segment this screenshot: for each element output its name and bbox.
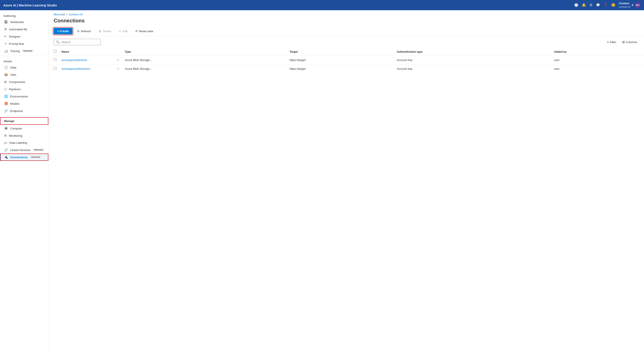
breadcrumb-workspace[interactable]: contoso-ml bbox=[69, 13, 83, 16]
components-icon: ⊞ bbox=[4, 80, 7, 84]
chat-icon[interactable]: 💬 bbox=[596, 3, 600, 7]
sidebar-item-notebooks[interactable]: 📓 Notebooks bbox=[0, 18, 48, 26]
row-checkbox-cell[interactable] bbox=[48, 64, 62, 73]
sidebar-item-data-labeling[interactable]: 🏷 Data Labeling bbox=[0, 139, 48, 146]
sidebar-item-components[interactable]: ⊞ Components bbox=[0, 78, 48, 86]
edit-icon: ✏ bbox=[119, 30, 122, 33]
reset-icon: ↺ bbox=[135, 30, 138, 33]
smiley-icon[interactable]: 🙂 bbox=[611, 3, 616, 7]
topbar-right: 🕐 🔔 ⚙ 💬 ❓ 🙂 Contoso contoso-ml ▾ OO bbox=[574, 2, 640, 8]
col-star bbox=[117, 48, 125, 56]
sidebar-item-label: Data bbox=[10, 66, 16, 69]
history-icon[interactable]: 🕐 bbox=[574, 3, 578, 7]
sidebar-item-label: Environments bbox=[10, 95, 28, 98]
filter-icon: ≡ bbox=[607, 41, 609, 44]
sidebar-item-endpoints[interactable]: 🔗 Endpoints bbox=[0, 107, 48, 114]
connections-preview-badge: PREVIEW bbox=[30, 156, 41, 158]
edit-button[interactable]: ✏ Edit bbox=[116, 28, 130, 34]
col-added-by[interactable]: Added by bbox=[554, 48, 644, 56]
sidebar-item-label: Connections bbox=[10, 156, 28, 159]
col-name[interactable]: Name bbox=[62, 48, 117, 56]
sidebar-item-label: Prompt flow bbox=[9, 42, 24, 45]
sidebar-item-tracing[interactable]: 📊 Tracing PREVIEW bbox=[0, 47, 48, 55]
row-checkbox[interactable] bbox=[54, 67, 56, 70]
topbar: Azure AI | Machine Learning Studio 🕐 🔔 ⚙… bbox=[0, 0, 644, 10]
sidebar-item-monitoring[interactable]: ⚙ Monitoring bbox=[0, 132, 48, 139]
search-box[interactable]: 🔍 bbox=[54, 39, 100, 45]
chevron-down-icon: ▾ bbox=[632, 3, 633, 7]
delete-icon: 🗑 bbox=[98, 30, 102, 33]
sidebar-item-compute[interactable]: 💻 Compute bbox=[0, 125, 48, 132]
connections-icon: 🔌 bbox=[4, 155, 8, 159]
help-icon[interactable]: ❓ bbox=[604, 3, 608, 7]
tracing-preview-badge: PREVIEW bbox=[22, 50, 34, 52]
columns-button[interactable]: ⊞ Columns bbox=[620, 40, 639, 45]
sidebar-item-label: Linked Services bbox=[10, 148, 30, 152]
refresh-button[interactable]: ↻ Refresh bbox=[74, 28, 94, 34]
sidebar-item-label: Tracing bbox=[10, 50, 20, 53]
automated-ml-icon: ⚙ bbox=[4, 27, 7, 31]
sidebar-item-label: Models bbox=[10, 102, 20, 105]
star-icon[interactable]: ☆ bbox=[117, 67, 120, 70]
row-checkbox[interactable] bbox=[54, 58, 56, 61]
reset-view-button[interactable]: ↺ Reset view bbox=[132, 28, 156, 34]
sidebar-item-label: Endpoints bbox=[10, 109, 23, 113]
sidebar-item-models[interactable]: 🎁 Models bbox=[0, 100, 48, 107]
row-type: Azure Blob Storage... bbox=[125, 56, 290, 64]
sidebar-item-pipelines[interactable]: ⬡ Pipelines bbox=[0, 86, 48, 93]
row-added-by: user bbox=[554, 64, 644, 73]
user-workspace: contoso-ml bbox=[619, 5, 630, 8]
col-target[interactable]: Target bbox=[290, 48, 397, 56]
row-star[interactable]: ☆ bbox=[117, 64, 125, 73]
table-header-row: Name Type Target Authentication type Add… bbox=[48, 48, 644, 56]
table-row: workspaceartifactstore ☆ Azure Blob Stor… bbox=[48, 64, 644, 73]
col-auth-type[interactable]: Authentication type bbox=[397, 48, 554, 56]
row-checkbox-cell[interactable] bbox=[48, 56, 62, 64]
compute-icon: 💻 bbox=[4, 126, 8, 130]
breadcrumb-microsoft[interactable]: Microsoft bbox=[54, 13, 65, 16]
table-row: workspaceblobstore ☆ Azure Blob Storage.… bbox=[48, 56, 644, 64]
models-icon: 🎁 bbox=[4, 102, 8, 106]
user-menu[interactable]: Contoso contoso-ml ▾ OO bbox=[619, 2, 640, 8]
sidebar-item-automated-ml[interactable]: ⚙ Automated ML bbox=[0, 26, 48, 33]
sidebar-item-environments[interactable]: 🌐 Environments bbox=[0, 93, 48, 100]
columns-icon: ⊞ bbox=[622, 40, 625, 44]
create-button[interactable]: + Create bbox=[54, 28, 72, 34]
filter-button[interactable]: ≡ Filter bbox=[606, 40, 618, 45]
settings-icon[interactable]: ⚙ bbox=[590, 3, 592, 7]
avatar: OO bbox=[635, 2, 640, 8]
sidebar-item-label: Pipelines bbox=[9, 88, 21, 91]
select-all-checkbox[interactable] bbox=[54, 50, 56, 53]
col-type[interactable]: Type bbox=[125, 48, 290, 56]
pipelines-icon: ⬡ bbox=[4, 87, 7, 91]
row-name: workspaceblobstore bbox=[62, 56, 117, 64]
toolbar: + Create ↻ Refresh 🗑 Delete ✏ Edit ↺ Res… bbox=[48, 26, 644, 36]
sidebar-item-prompt-flow[interactable]: ↗ Prompt flow bbox=[0, 40, 48, 47]
row-name: workspaceartifactstore bbox=[62, 64, 117, 73]
monitoring-icon: ⚙ bbox=[4, 134, 7, 137]
user-name: Contoso bbox=[619, 2, 630, 5]
row-type: Azure Blob Storage... bbox=[125, 64, 290, 73]
sidebar-item-designer[interactable]: ✏ Designer bbox=[0, 33, 48, 40]
star-icon[interactable]: ☆ bbox=[117, 58, 120, 62]
search-input[interactable] bbox=[61, 41, 98, 44]
sidebar: Authoring 📓 Notebooks ⚙ Automated ML ✏ D… bbox=[0, 10, 48, 354]
divider-1 bbox=[0, 56, 48, 56]
sidebar-item-jobs[interactable]: 📦 Jobs bbox=[0, 71, 48, 78]
sidebar-item-data[interactable]: 📋 Data bbox=[0, 64, 48, 71]
row-star[interactable]: ☆ bbox=[117, 56, 125, 64]
authoring-section-label: Authoring bbox=[0, 12, 48, 18]
row-target: https://target bbox=[290, 56, 397, 64]
assets-section-label: Assets bbox=[0, 57, 48, 64]
sidebar-item-label: Notebooks bbox=[10, 21, 24, 24]
tracing-icon: 📊 bbox=[4, 49, 8, 53]
environments-icon: 🌐 bbox=[4, 94, 8, 98]
sidebar-item-linked-services[interactable]: 🔗 Linked Services PREVIEW bbox=[0, 146, 48, 153]
jobs-icon: 📦 bbox=[4, 73, 8, 77]
sidebar-item-connections[interactable]: 🔌 Connections PREVIEW bbox=[0, 153, 48, 161]
bell-icon[interactable]: 🔔 bbox=[582, 3, 586, 7]
main-content: Microsoft > contoso-ml Connections + Cre… bbox=[48, 10, 644, 354]
sidebar-item-label: Designer bbox=[9, 35, 20, 38]
user-info: Contoso contoso-ml bbox=[619, 2, 630, 8]
delete-button[interactable]: 🗑 Delete bbox=[96, 28, 114, 34]
